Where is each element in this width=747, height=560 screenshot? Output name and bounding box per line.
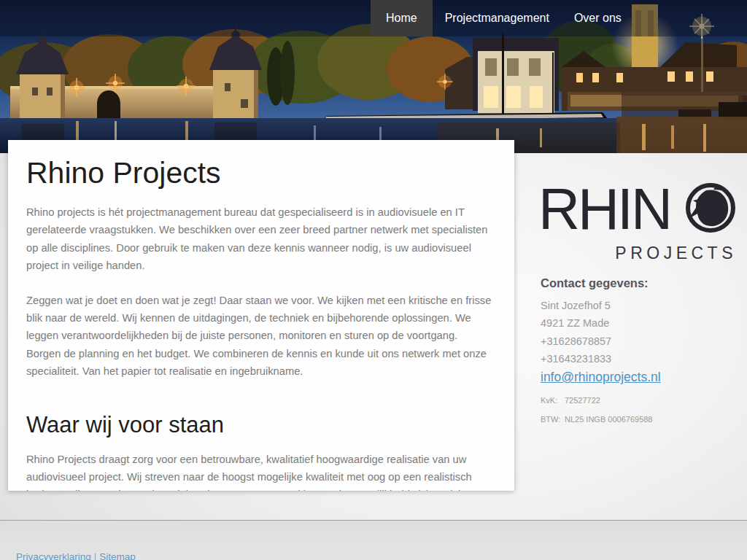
nav-item-projectmanagement[interactable]: Projectmanagement xyxy=(433,0,562,36)
page: Home Projectmanagement Over ons Rhino Pr… xyxy=(0,0,747,560)
contact-block: Contact gegevens: Sint Jozefhof 5 4921 Z… xyxy=(541,276,738,429)
footer-link-privacy[interactable]: Privacyverklaring xyxy=(16,551,91,560)
rhino-head-icon xyxy=(688,184,733,230)
page-title: Rhino Projects xyxy=(26,156,494,190)
footer: Privacyverklaring|Sitemap xyxy=(0,520,747,560)
mission-paragraph: Zeggen wat je doet en doen wat je zegt! … xyxy=(26,292,494,381)
rhino-logo: RHIN PROJECTS xyxy=(541,181,738,263)
section-title: Waar wij voor staan xyxy=(26,412,494,438)
main-content-card: Rhino Projects Rhino projects is hét pro… xyxy=(8,140,514,491)
logo-wordmark-text: RHIN xyxy=(541,181,670,239)
footer-link-sitemap[interactable]: Sitemap xyxy=(99,551,136,560)
contact-email-link[interactable]: info@rhinoprojects.nl xyxy=(541,370,661,385)
sidebar: RHIN PROJECTS Contact gegevens: Sint Joz… xyxy=(541,181,738,429)
contact-heading: Contact gegevens: xyxy=(541,276,738,290)
btw-value: NL25 INGB 0006769588 xyxy=(565,410,652,429)
kvk-row: KvK: 72527722 xyxy=(541,391,738,410)
contact-phone-1: +31628678857 xyxy=(541,332,738,350)
main-nav: Home Projectmanagement Over ons xyxy=(371,0,634,36)
kvk-label: KvK: xyxy=(541,391,565,410)
footer-separator: | xyxy=(94,551,97,560)
footer-links: Privacyverklaring|Sitemap xyxy=(16,551,136,560)
contact-city: 4921 ZZ Made xyxy=(541,314,738,332)
logo-subtext: PROJECTS xyxy=(541,244,738,263)
rhino-logo-mark: RHIN xyxy=(541,181,738,239)
nav-item-over-ons[interactable]: Over ons xyxy=(562,0,634,36)
btw-label: BTW: xyxy=(541,410,565,429)
contact-phone-2: +31643231833 xyxy=(541,350,738,368)
kvk-value: 72527722 xyxy=(565,391,600,410)
intro-paragraph: Rhino projects is hét projectmanagement … xyxy=(26,203,494,275)
section-paragraph: Rhino Projects draagt zorg voor een betr… xyxy=(26,451,494,491)
contact-street: Sint Jozefhof 5 xyxy=(541,297,738,314)
nav-item-home[interactable]: Home xyxy=(371,0,433,36)
btw-row: BTW: NL25 INGB 0006769588 xyxy=(541,410,738,429)
